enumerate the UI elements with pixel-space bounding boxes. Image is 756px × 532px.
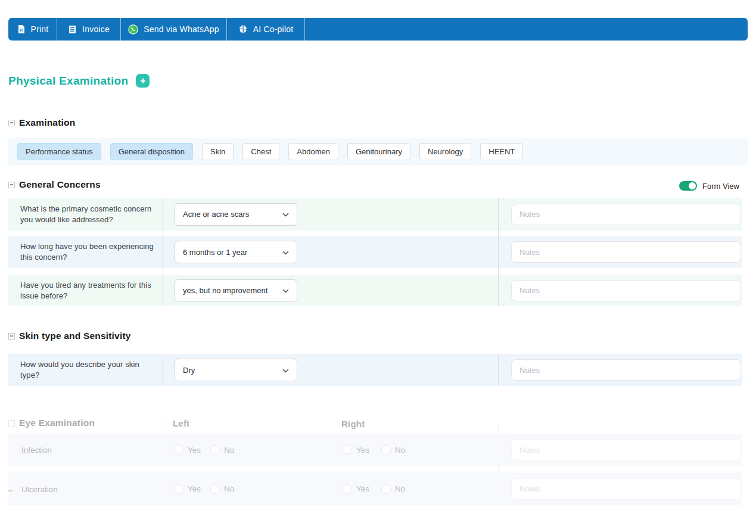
whatsapp-button-label: Send via WhatsApp xyxy=(144,24,219,34)
left-no-radio[interactable] xyxy=(210,484,220,494)
tab-neurology[interactable]: Neurology xyxy=(419,143,471,160)
right-yes-radio[interactable] xyxy=(343,445,352,455)
chevron-down-icon xyxy=(282,286,289,295)
tab-heent[interactable]: HEENT xyxy=(480,143,523,160)
notes-input[interactable] xyxy=(511,439,741,461)
tab-abdomen[interactable]: Abdomen xyxy=(288,143,338,160)
cosmetic-concern-select[interactable]: Acne or acne scars xyxy=(175,203,297,226)
right-yes-radio[interactable] xyxy=(343,484,352,494)
column-divider xyxy=(163,198,163,306)
question-row: How would you describe your skin type? D… xyxy=(8,354,742,386)
invoice-icon xyxy=(68,25,77,34)
stray-dash xyxy=(8,490,13,491)
prior-treatments-select[interactable]: yes, but no improvement xyxy=(175,279,297,302)
form-view-label: Form View xyxy=(702,182,739,191)
whatsapp-icon xyxy=(128,24,138,35)
right-yes-label: Yes xyxy=(356,484,369,493)
examination-tabs: Performance status General disposition S… xyxy=(8,138,748,165)
page-title-row: Physical Examination + xyxy=(8,74,150,88)
concern-duration-select[interactable]: 6 months or 1 year xyxy=(175,241,297,263)
chevron-down-icon xyxy=(282,366,289,375)
invoice-button[interactable]: Invoice xyxy=(57,18,121,41)
left-yes-radio[interactable] xyxy=(174,445,183,455)
left-no-label: No xyxy=(224,484,234,493)
notes-input[interactable] xyxy=(511,478,741,500)
column-divider xyxy=(498,354,499,386)
left-no-label: No xyxy=(224,446,234,455)
question-text: How would you describe your skin type? xyxy=(20,359,157,381)
left-yes-label: Yes xyxy=(188,446,201,455)
eye-exam-row: Infection Yes No Yes No xyxy=(8,434,742,466)
select-value: Dry xyxy=(183,366,195,375)
svg-text:R: R xyxy=(20,28,23,32)
left-column-header: Left xyxy=(173,418,189,428)
collapse-icon[interactable] xyxy=(8,182,15,188)
collapse-icon[interactable] xyxy=(8,120,15,126)
eye-examination-header: Eye Examination xyxy=(8,418,95,428)
tab-performance-status[interactable]: Performance status xyxy=(17,143,101,160)
ai-copilot-icon xyxy=(238,24,248,34)
question-row: What is the primary cosmetic concern you… xyxy=(8,198,742,231)
collapse-icon[interactable] xyxy=(8,420,15,427)
general-concerns-title: General Concerns xyxy=(19,179,101,190)
print-icon: R xyxy=(17,24,26,34)
select-value: yes, but no improvement xyxy=(183,286,267,295)
examination-section-title: Examination xyxy=(19,117,75,128)
tab-chest[interactable]: Chest xyxy=(242,143,279,160)
eye-exam-row-label: Ulceration xyxy=(21,484,58,493)
print-button-label: Print xyxy=(31,24,49,34)
ai-copilot-button-label: AI Co-pilot xyxy=(253,24,294,34)
right-no-radio[interactable] xyxy=(381,484,391,494)
question-text: How long have you been experiencing this… xyxy=(20,241,157,263)
question-text: What is the primary cosmetic concern you… xyxy=(20,203,157,225)
page-title: Physical Examination xyxy=(8,74,128,88)
form-view-toggle[interactable] xyxy=(679,181,697,191)
notes-input[interactable] xyxy=(511,280,741,301)
column-divider xyxy=(498,198,499,306)
ai-copilot-button[interactable]: AI Co-pilot xyxy=(227,18,305,41)
select-value: 6 months or 1 year xyxy=(183,248,247,257)
left-yes-label: Yes xyxy=(188,484,201,493)
column-divider xyxy=(163,354,163,386)
right-no-radio[interactable] xyxy=(381,445,391,455)
notes-input[interactable] xyxy=(511,359,741,381)
toggle-knob xyxy=(689,182,696,189)
chevron-down-icon xyxy=(282,248,289,257)
skin-type-section-header: Skin type and Sensitivity xyxy=(8,331,131,341)
eye-examination-section: Eye Examination Left Right Infection Yes… xyxy=(0,416,756,506)
right-no-label: No xyxy=(395,446,405,455)
examination-section-header: Examination xyxy=(8,117,75,128)
right-column-header: Right xyxy=(341,419,365,429)
tab-genitourinary[interactable]: Genitourinary xyxy=(347,143,410,160)
print-button[interactable]: R Print xyxy=(8,18,57,41)
question-row: How long have you been experiencing this… xyxy=(8,236,742,268)
question-row: Have you tired any treatments for this i… xyxy=(8,275,742,306)
tab-general-disposition[interactable]: General disposition xyxy=(110,143,193,160)
eye-exam-row-label: Infection xyxy=(21,446,52,455)
select-value: Acne or acne scars xyxy=(183,210,249,219)
collapse-icon[interactable] xyxy=(8,333,15,340)
left-yes-radio[interactable] xyxy=(174,484,183,494)
notes-input[interactable] xyxy=(511,241,741,263)
toolbar: R Print Invoice Send via WhatsApp AI Co-… xyxy=(8,18,748,41)
whatsapp-button[interactable]: Send via WhatsApp xyxy=(121,18,227,41)
right-yes-label: Yes xyxy=(356,446,369,455)
general-concerns-section-header: General Concerns xyxy=(8,179,101,190)
eye-exam-row: Ulceration Yes No Yes No xyxy=(8,472,742,505)
tab-skin[interactable]: Skin xyxy=(202,143,234,160)
form-view-control: Form View xyxy=(679,181,739,191)
eye-examination-title: Eye Examination xyxy=(19,418,95,428)
skin-type-select[interactable]: Dry xyxy=(175,359,297,381)
question-text: Have you tired any treatments for this i… xyxy=(20,279,157,301)
skin-type-title: Skin type and Sensitivity xyxy=(19,331,131,341)
right-no-label: No xyxy=(395,484,405,493)
chevron-down-icon xyxy=(282,210,289,219)
invoice-button-label: Invoice xyxy=(82,24,110,34)
notes-input[interactable] xyxy=(511,204,741,225)
left-no-radio[interactable] xyxy=(210,445,220,455)
add-section-button[interactable]: + xyxy=(136,74,150,88)
